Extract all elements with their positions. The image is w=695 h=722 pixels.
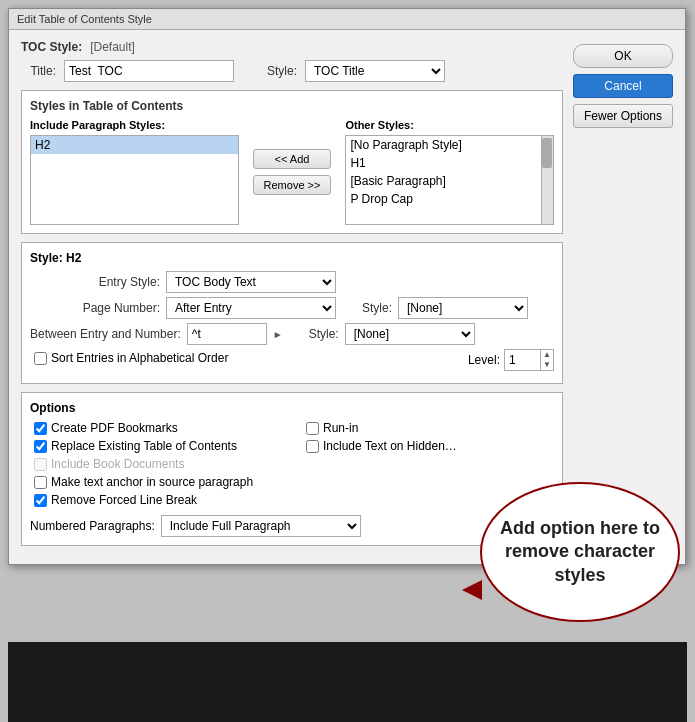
fewer-options-button[interactable]: Fewer Options — [573, 104, 673, 128]
book-docs-checkbox — [34, 458, 47, 471]
title-label: Title: — [21, 64, 56, 78]
add-button[interactable]: << Add — [253, 149, 332, 169]
include-styles-listbox[interactable]: H2 — [30, 135, 239, 225]
h2-title: Style: H2 — [30, 251, 554, 265]
callout-text: Add option here to remove character styl… — [492, 517, 668, 587]
include-hidden-label: Include Text on Hidden… — [323, 439, 457, 453]
include-styles-label: Include Paragraph Styles: — [30, 119, 239, 131]
numbered-select[interactable]: Include Full Paragraph — [161, 515, 361, 537]
remove-line-break-checkbox[interactable] — [34, 494, 47, 507]
style-label-1: Style: — [342, 301, 392, 315]
entry-style-label: Entry Style: — [30, 275, 160, 289]
styles-columns: Include Paragraph Styles: H2 << Add Remo… — [30, 119, 554, 225]
entry-style-row: Entry Style: TOC Body Text — [30, 271, 554, 293]
list-item[interactable]: [Basic Paragraph] — [346, 172, 553, 190]
spin-up-icon[interactable]: ▲ — [541, 350, 553, 360]
toc-style-value: [Default] — [90, 40, 135, 54]
sort-label: Sort Entries in Alphabetical Order — [51, 351, 228, 365]
other-styles-label: Other Styles: — [345, 119, 554, 131]
checkbox-row-3: Include Book Documents — [34, 457, 282, 471]
remove-line-break-label: Remove Forced Line Break — [51, 493, 197, 507]
sort-and-level-row: Sort Entries in Alphabetical Order Level… — [30, 349, 554, 371]
page-number-row: Page Number: After Entry Style: [None] — [30, 297, 554, 319]
callout-bubble: Add option here to remove character styl… — [480, 482, 680, 622]
scrollbar-thumb[interactable] — [542, 138, 552, 168]
level-row: Level: 1 ▲ ▼ — [468, 349, 554, 371]
spin-down-icon[interactable]: ▼ — [541, 360, 553, 370]
remove-button[interactable]: Remove >> — [253, 175, 332, 195]
text-anchor-label: Make text anchor in source paragraph — [51, 475, 253, 489]
style-label: Style: — [262, 64, 297, 78]
pdf-bookmarks-label: Create PDF Bookmarks — [51, 421, 178, 435]
checkbox-row-5: Remove Forced Line Break — [34, 493, 282, 507]
book-docs-label: Include Book Documents — [51, 457, 184, 471]
between-entry-label: Between Entry and Number: — [30, 327, 181, 341]
scrollbar[interactable] — [541, 136, 553, 224]
checkbox-row-7: Include Text on Hidden… — [306, 439, 554, 453]
spin-arrows: ▲ ▼ — [540, 350, 553, 370]
between-entry-row: Between Entry and Number: ► Style: [None… — [30, 323, 554, 345]
replace-toc-checkbox[interactable] — [34, 440, 47, 453]
text-anchor-checkbox[interactable] — [34, 476, 47, 489]
checkbox-row-2: Replace Existing Table of Contents — [34, 439, 282, 453]
middle-buttons: << Add Remove >> — [247, 119, 338, 225]
level-value: 1 — [505, 353, 540, 367]
checkbox-row-1: Create PDF Bookmarks — [34, 421, 282, 435]
numbered-row: Numbered Paragraphs: Include Full Paragr… — [30, 515, 554, 537]
styles-section: Styles in Table of Contents Include Para… — [21, 90, 563, 234]
page-number-label: Page Number: — [30, 301, 160, 315]
include-styles-col: Include Paragraph Styles: H2 — [30, 119, 239, 225]
style-select-2[interactable]: [None] — [345, 323, 475, 345]
other-styles-listbox[interactable]: [No Paragraph Style] H1 [Basic Paragraph… — [345, 135, 554, 225]
options-title: Options — [30, 401, 554, 415]
toc-style-label: TOC Style: — [21, 40, 82, 54]
title-input[interactable] — [64, 60, 234, 82]
title-bar: Edit Table of Contents Style — [9, 9, 685, 30]
options-section: Options Create PDF Bookmarks Replace Exi… — [21, 392, 563, 546]
pdf-bookmarks-checkbox[interactable] — [34, 422, 47, 435]
checkbox-row-4: Make text anchor in source paragraph — [34, 475, 282, 489]
between-entry-input[interactable] — [187, 323, 267, 345]
replace-toc-label: Replace Existing Table of Contents — [51, 439, 237, 453]
list-item[interactable]: [No Paragraph Style] — [346, 136, 553, 154]
styles-section-header: Styles in Table of Contents — [30, 99, 554, 113]
ok-button[interactable]: OK — [573, 44, 673, 68]
arrow-icon: ► — [273, 329, 283, 340]
options-columns: Create PDF Bookmarks Replace Existing Ta… — [30, 421, 554, 511]
run-in-label: Run-in — [323, 421, 358, 435]
include-hidden-checkbox[interactable] — [306, 440, 319, 453]
run-in-checkbox[interactable] — [306, 422, 319, 435]
entry-style-select[interactable]: TOC Body Text — [166, 271, 336, 293]
toc-style-row: TOC Style: [Default] — [21, 40, 563, 54]
style-select-1[interactable]: [None] — [398, 297, 528, 319]
cancel-button[interactable]: Cancel — [573, 74, 673, 98]
dark-bar — [8, 642, 687, 722]
list-item[interactable]: P Drop Cap — [346, 190, 553, 208]
options-col-1: Create PDF Bookmarks Replace Existing Ta… — [30, 421, 282, 511]
sort-checkbox[interactable] — [34, 352, 47, 365]
other-styles-col: Other Styles: [No Paragraph Style] H1 [B… — [345, 119, 554, 225]
level-spinbox[interactable]: 1 ▲ ▼ — [504, 349, 554, 371]
h2-section: Style: H2 Entry Style: TOC Body Text Pag… — [21, 242, 563, 384]
style-select[interactable]: TOC Title — [305, 60, 445, 82]
main-content: TOC Style: [Default] Title: Style: TOC T… — [21, 40, 563, 554]
side-buttons: OK Cancel Fewer Options — [573, 40, 673, 554]
title-and-style-row: Title: Style: TOC Title — [21, 60, 563, 82]
sort-checkbox-row: Sort Entries in Alphabetical Order — [34, 351, 228, 365]
list-item[interactable]: H2 — [31, 136, 238, 154]
page-number-select[interactable]: After Entry — [166, 297, 336, 319]
numbered-label: Numbered Paragraphs: — [30, 519, 155, 533]
list-item[interactable]: H1 — [346, 154, 553, 172]
checkbox-row-6: Run-in — [306, 421, 554, 435]
style-label-2: Style: — [289, 327, 339, 341]
level-label: Level: — [468, 353, 500, 367]
window-title: Edit Table of Contents Style — [17, 13, 152, 25]
